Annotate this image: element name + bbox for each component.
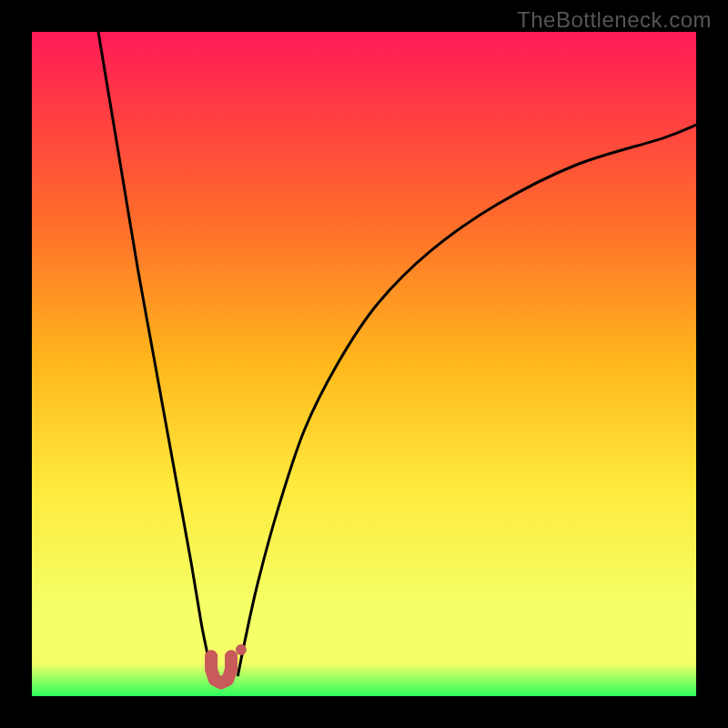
chart-svg <box>32 32 696 696</box>
isolated-marker-dot <box>236 644 247 655</box>
plot-area <box>32 32 696 696</box>
chart-container: TheBottleneck.com <box>0 0 728 728</box>
watermark-text: TheBottleneck.com <box>517 7 712 33</box>
gradient-background <box>32 32 696 696</box>
